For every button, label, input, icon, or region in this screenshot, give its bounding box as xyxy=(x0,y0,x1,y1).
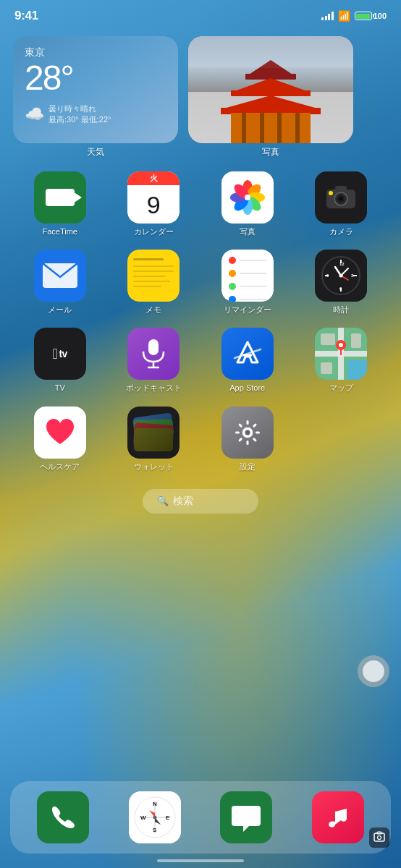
app-settings[interactable]: 設定 xyxy=(200,407,295,472)
search-label: 検索 xyxy=(173,495,193,508)
mail-label: メール xyxy=(48,305,72,315)
settings-label: 設定 xyxy=(240,462,256,472)
camera-label: カメラ xyxy=(329,227,353,237)
calendar-date: 9 xyxy=(147,192,161,217)
svg-point-14 xyxy=(329,191,333,195)
app-wallet[interactable]: ウォレット xyxy=(107,407,201,472)
svg-rect-50 xyxy=(246,441,248,445)
reminders-icon xyxy=(221,250,274,302)
svg-rect-53 xyxy=(238,422,242,427)
svg-rect-29 xyxy=(148,339,159,355)
app-camera[interactable]: カメラ xyxy=(295,171,389,237)
battery-icon: 100 xyxy=(355,12,387,20)
weather-city: 東京 xyxy=(25,46,166,59)
health-icon xyxy=(34,407,86,459)
camera-icon xyxy=(315,171,367,224)
svg-point-69 xyxy=(378,836,381,840)
wifi-icon: 📶 xyxy=(338,10,350,22)
screen-capture-button[interactable] xyxy=(369,827,389,848)
photo-widget-image xyxy=(188,36,353,143)
app-notes[interactable]: メモ xyxy=(107,250,201,315)
svg-rect-10 xyxy=(335,186,347,192)
svg-rect-39 xyxy=(321,333,335,345)
weather-widget[interactable]: 東京 28° ☁️ 曇り時々晴れ 最高:30° 最低:22° 天気 xyxy=(13,36,178,158)
search-icon: 🔍 xyxy=(157,495,169,506)
svg-rect-38 xyxy=(347,360,367,380)
facetime-icon xyxy=(34,171,86,224)
photo-widget[interactable]: 写真 xyxy=(188,36,353,158)
app-facetime[interactable]: FaceTime xyxy=(13,171,107,237)
wallet-label: ウォレット xyxy=(134,462,174,472)
app-photos[interactable]: 写真 xyxy=(200,171,295,237)
weather-highlow: 最高:30° 最低:22° xyxy=(48,114,111,125)
dock: N S W E xyxy=(10,781,391,854)
settings-icon xyxy=(221,407,274,459)
svg-rect-47 xyxy=(252,422,256,427)
phone-icon xyxy=(37,791,89,843)
status-icons: 📶 100 xyxy=(321,10,387,22)
appletv-icon:  tv xyxy=(34,328,86,380)
music-icon xyxy=(312,791,364,843)
signal-icon xyxy=(321,12,334,20)
weather-widget-label: 天気 xyxy=(13,146,178,158)
photos-icon xyxy=(221,171,274,224)
appstore-icon xyxy=(221,328,274,380)
app-mail[interactable]: メール xyxy=(13,250,107,315)
svg-point-28 xyxy=(339,274,343,278)
svg-rect-49 xyxy=(252,437,256,441)
svg-rect-67 xyxy=(374,833,384,841)
app-calendar[interactable]: 火 9 カレンダー xyxy=(107,171,201,237)
assistive-touch-button[interactable] xyxy=(358,655,389,687)
svg-text:E: E xyxy=(166,814,170,821)
home-indicator[interactable] xyxy=(157,859,244,862)
maps-icon xyxy=(315,328,367,380)
svg-text:S: S xyxy=(153,827,157,833)
status-bar: 9:41 📶 100 xyxy=(0,0,401,29)
svg-text:12: 12 xyxy=(339,262,345,266)
calendar-day-name: 火 xyxy=(127,171,180,185)
temple-image xyxy=(213,64,329,143)
app-clock[interactable]: 12 3 6 9 時計 xyxy=(295,250,389,315)
svg-point-66 xyxy=(153,816,156,820)
app-appletv[interactable]:  tv TV xyxy=(13,328,107,393)
photo-widget-label: 写真 xyxy=(262,146,279,158)
svg-point-43 xyxy=(339,343,343,347)
reminders-label: リマインダー xyxy=(224,305,271,315)
dock-app-messages[interactable] xyxy=(220,791,272,843)
app-podcasts[interactable]: ポッドキャスト xyxy=(107,328,201,393)
app-health[interactable]: ヘルスケア xyxy=(13,407,107,472)
weather-temperature: 28° xyxy=(25,59,166,98)
dock-app-music[interactable] xyxy=(312,791,364,843)
dock-app-phone[interactable] xyxy=(37,791,89,843)
calendar-icon: 火 9 xyxy=(127,171,180,224)
search-bar-container: 🔍 検索 xyxy=(0,489,401,514)
app-maps[interactable]: マップ xyxy=(295,328,389,393)
weather-details: ☁️ 曇り時々晴れ 最高:30° 最低:22° xyxy=(25,103,166,125)
app-appstore[interactable]: App Store xyxy=(200,328,295,393)
app-reminders[interactable]: リマインダー xyxy=(200,250,295,315)
svg-point-13 xyxy=(339,197,342,200)
podcasts-icon xyxy=(127,328,180,380)
svg-point-8 xyxy=(245,195,250,200)
dock-app-safari[interactable]: N S W E xyxy=(129,791,181,843)
clock-icon: 12 3 6 9 xyxy=(315,250,367,302)
safari-icon: N S W E xyxy=(129,791,181,843)
widgets-row: 東京 28° ☁️ 曇り時々晴れ 最高:30° 最低:22° 天気 xyxy=(0,29,401,166)
svg-rect-40 xyxy=(321,362,332,374)
maps-label: マップ xyxy=(329,383,353,393)
notes-label: メモ xyxy=(145,305,161,315)
facetime-label: FaceTime xyxy=(43,227,78,237)
svg-point-55 xyxy=(245,430,250,435)
svg-rect-48 xyxy=(256,431,260,433)
svg-rect-51 xyxy=(238,437,242,441)
messages-icon xyxy=(220,791,272,843)
cloud-icon: ☁️ xyxy=(25,105,44,124)
svg-text:W: W xyxy=(140,814,146,821)
weather-condition: 曇り時々晴れ xyxy=(48,103,111,114)
svg-rect-52 xyxy=(235,431,240,433)
search-bar[interactable]: 🔍 検索 xyxy=(143,489,258,514)
appstore-label: App Store xyxy=(229,383,265,393)
calendar-label: カレンダー xyxy=(134,227,174,237)
svg-text:N: N xyxy=(153,801,157,807)
svg-rect-46 xyxy=(246,420,248,425)
